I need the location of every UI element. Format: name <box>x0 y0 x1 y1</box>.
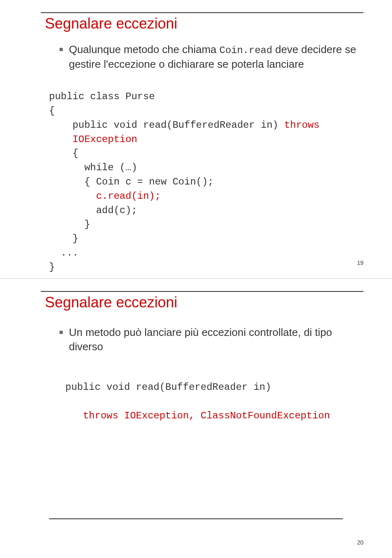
page-number: 19 <box>357 260 363 266</box>
code-line: } <box>49 262 55 273</box>
slide-2: Segnalare eccezioni ■ Un metodo può lanc… <box>0 279 392 558</box>
code-line: throws IOException, ClassNotFoundExcepti… <box>65 410 330 421</box>
slide-content: ■ Un metodo può lanciare più eccezioni c… <box>41 325 363 354</box>
bullet-text-pre: Qualunque metodo che chiama <box>69 43 220 56</box>
code-line: { <box>49 148 78 159</box>
bullet-item: ■ Qualunque metodo che chiama Coin.read … <box>59 42 363 71</box>
bullet-marker-icon: ■ <box>59 329 63 336</box>
code-block: public class Purse { public void read(Bu… <box>41 76 363 274</box>
bullet-marker-icon: ■ <box>59 46 63 53</box>
bullet-text: Un metodo può lanciare più eccezioni con… <box>69 325 363 354</box>
code-block: public void read(BufferedReader in) thro… <box>41 366 363 423</box>
code-line: { Coin c = new Coin(); <box>49 176 214 187</box>
bullet-item: ■ Un metodo può lanciare più eccezioni c… <box>59 325 363 354</box>
divider-line <box>49 518 343 519</box>
code-line: IOException <box>49 134 137 145</box>
code-line: public void read(BufferedReader in) thro… <box>49 120 320 131</box>
code-line: c.read(in); <box>49 191 161 202</box>
slide-1: Segnalare eccezioni ■ Qualunque metodo c… <box>0 0 392 279</box>
slide-title: Segnalare eccezioni <box>45 294 363 311</box>
slide-content: ■ Qualunque metodo che chiama Coin.read … <box>41 42 363 71</box>
code-line: add(c); <box>49 205 137 216</box>
code-line: } <box>49 233 78 244</box>
code-line: ... <box>49 247 78 258</box>
title-area: Segnalare eccezioni <box>41 12 363 32</box>
page-number: 20 <box>357 539 363 546</box>
slide-title: Segnalare eccezioni <box>45 15 363 32</box>
code-line: { <box>49 105 55 116</box>
code-line: public class Purse <box>49 91 155 102</box>
inline-code: Coin.read <box>219 45 272 56</box>
code-line: while (…) <box>49 162 137 173</box>
bullet-text: Qualunque metodo che chiama Coin.read de… <box>69 42 363 71</box>
code-line: public void read(BufferedReader in) <box>65 382 271 393</box>
title-area: Segnalare eccezioni <box>41 291 363 311</box>
code-line: } <box>49 219 90 230</box>
